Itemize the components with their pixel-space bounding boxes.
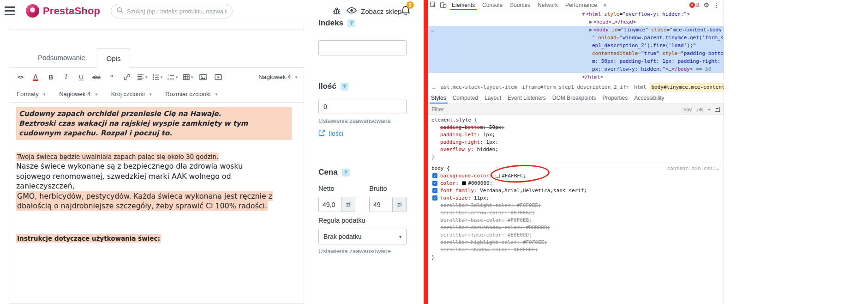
css-property-checkbox[interactable]: ✓ <box>432 195 437 201</box>
tree-node[interactable]: ▼<html style="overflow-y: hidden;"> <box>428 10 724 18</box>
tab-description[interactable]: Opis <box>97 48 130 68</box>
gross-price-input[interactable] <box>369 197 393 212</box>
tree-node[interactable]: </html> <box>428 73 724 81</box>
format-dropdown[interactable]: Formaty▾ <box>17 91 45 97</box>
tree-node[interactable]: ▶<head>…</head> <box>428 18 724 26</box>
css-property-checkbox[interactable]: ✓ <box>432 188 437 193</box>
color-swatch[interactable] <box>496 174 500 178</box>
tab-summary[interactable]: Podsumowanie <box>38 54 85 61</box>
filter-toggle[interactable]: :hov <box>682 107 692 112</box>
align-icon[interactable]: ▾ <box>137 71 148 83</box>
bullet-list-icon[interactable]: ▾ <box>152 71 163 83</box>
error-counter[interactable]: × 8 <box>689 2 700 8</box>
css-declaration[interactable]: scrollbar-arrow-color: #676662; <box>428 209 724 217</box>
format-dropdown[interactable]: Nagłówek 4▾ <box>59 91 97 97</box>
heading-select[interactable]: Nagłówek 4▾ <box>258 73 299 80</box>
css-declaration[interactable]: scrollbar-3dlight-color: #F0F0EE; <box>428 202 724 209</box>
more-tabs-button[interactable]: » <box>601 2 610 8</box>
tree-node[interactable]: " onload="window.parent.tinymce.get('for… <box>428 34 724 42</box>
css-declaration[interactable]: ✓font-size: 11px; <box>428 195 724 202</box>
sidebar-tab-accessibility[interactable]: Accessibility <box>631 92 667 103</box>
css-declaration[interactable]: scrollbar-base-color: #F0F0EE; <box>428 217 724 224</box>
tree-node[interactable]: ep1_description_2').fire('load');" <box>428 42 724 49</box>
css-declaration[interactable]: ✓color: #000000; <box>428 180 724 187</box>
view-shop-link[interactable]: Zobacz sklep <box>347 7 401 15</box>
index-help-icon[interactable]: ? <box>347 19 355 27</box>
css-declaration[interactable]: ✓font-family: Verdana,Arial,Helvetica,sa… <box>428 187 724 195</box>
tree-node[interactable]: contenteditable="true" style="padding-bo… <box>428 49 724 57</box>
color-swatch[interactable] <box>462 181 466 185</box>
blockquote-icon[interactable]: ” <box>106 71 117 83</box>
text-color-icon[interactable]: A <box>30 71 41 83</box>
devtools-tab-elements[interactable]: Elements <box>448 0 479 10</box>
menu-icon[interactable] <box>5 6 15 16</box>
css-declaration[interactable]: padding-right: 1px; <box>428 139 724 146</box>
css-declaration[interactable]: overflow-y: hidden; <box>428 146 724 153</box>
sidebar-tab-properties[interactable]: Properties <box>599 92 631 103</box>
breadcrumb-item[interactable]: … <box>431 83 437 91</box>
format-dropdown[interactable]: Krój czcionki▾ <box>111 91 152 97</box>
breadcrumb-item[interactable]: body#tinymce.mce-content-body. <box>650 83 724 91</box>
breadcrumb-item[interactable]: iframe#form_step1_description_2_ifr <box>520 83 631 91</box>
css-declaration[interactable]: scrollbar-face-color: #E0E0DD; <box>428 231 724 239</box>
gear-icon[interactable]: ⚙ <box>703 1 709 9</box>
sidebar-tab-dom-breakpoints[interactable]: DOM Breakpoints <box>549 92 599 103</box>
devtools-tab-sources[interactable]: Sources <box>506 0 534 10</box>
css-property-checkbox[interactable]: ✓ <box>432 181 437 186</box>
underline-icon[interactable]: U <box>76 71 87 83</box>
sidebar-tab-computed[interactable]: Computed <box>449 92 481 103</box>
bug-icon[interactable] <box>332 6 341 15</box>
css-source-link[interactable]: content.min.css:… <box>667 165 719 172</box>
breadcrumb-item[interactable]: html <box>632 83 648 91</box>
tree-node[interactable]: px; overflow-y: hidden;">…</body> == $0 <box>428 65 724 73</box>
italic-icon[interactable]: I <box>60 71 72 83</box>
image-icon[interactable] <box>198 71 209 83</box>
tree-node[interactable]: …▶<body id="tinymce" class="mce-content-… <box>428 26 724 34</box>
filter-toggle[interactable]: .cls <box>696 107 704 112</box>
numbered-list-icon[interactable]: 12▾ <box>167 71 178 83</box>
layout-toggle-icon[interactable] <box>715 107 720 112</box>
filter-toggle[interactable]: + <box>708 107 711 112</box>
kebab-menu-icon[interactable]: ⋮ <box>713 1 720 9</box>
css-selector[interactable]: element.style { <box>431 116 477 124</box>
breadcrumb-item[interactable]: ast.mce-stack-layout-item <box>439 83 519 91</box>
bold-icon[interactable]: B <box>45 71 56 83</box>
prestashop-logo[interactable]: PrestaShop <box>26 4 100 18</box>
devtools-tab-console[interactable]: Console <box>479 0 506 10</box>
devtools-tab-performance[interactable]: Performance <box>562 0 601 10</box>
tree-node[interactable]: m: 50px; padding-left: 1px; padding-righ… <box>428 57 724 65</box>
css-selector[interactable]: body { <box>431 165 450 172</box>
css-declaration[interactable]: ✓background-color: #FAFBFC; <box>428 172 724 180</box>
advanced-settings-link-1[interactable]: Ustawienia zaawansowane <box>318 117 391 124</box>
price-help-icon[interactable]: ? <box>342 169 350 176</box>
source-code-icon[interactable]: <> <box>15 71 26 83</box>
table-icon[interactable]: ▾ <box>182 71 193 83</box>
quantities-link[interactable]: Ilości <box>318 129 343 138</box>
tax-rule-select[interactable]: Brak podatku▾ <box>318 229 407 244</box>
device-toolbar-icon[interactable] <box>438 0 448 10</box>
css-declaration[interactable]: padding-left: 1px; <box>428 131 724 139</box>
styles-filter-input[interactable] <box>431 106 682 113</box>
format-dropdown[interactable]: Rozmiar czcionki▾ <box>165 91 217 97</box>
css-property-checkbox[interactable]: ✓ <box>432 173 437 178</box>
quantity-input[interactable] <box>318 99 407 114</box>
sidebar-tab-event-listeners[interactable]: Event Listeners <box>504 92 549 103</box>
index-input[interactable] <box>318 40 407 55</box>
product-name-input-bottom[interactable] <box>10 22 304 30</box>
net-price-input[interactable] <box>318 197 341 212</box>
css-declaration[interactable]: padding-bottom: 50px; <box>428 124 724 131</box>
css-declaration[interactable]: scrollbar-highlight-color: #F0F0EE; <box>428 239 724 246</box>
advanced-settings-link-2[interactable]: Ustawienia zaawansowane <box>318 248 391 255</box>
editor-content[interactable]: Cudowny zapach orchidei przeniesie Cię n… <box>10 103 304 248</box>
sidebar-tab-styles[interactable]: Styles <box>428 92 449 103</box>
devtools-tab-network[interactable]: Network <box>534 0 562 10</box>
css-declaration[interactable]: scrollbar-shadow-color: #F0F0EE; <box>428 246 724 254</box>
inspect-icon[interactable] <box>428 0 438 10</box>
media-icon[interactable] <box>213 71 224 83</box>
sidebar-tab-layout[interactable]: Layout <box>481 92 504 103</box>
quantity-help-icon[interactable]: ? <box>341 83 348 91</box>
search-input[interactable] <box>127 8 227 15</box>
css-declaration[interactable]: scrollbar-darkshadow-color: #DDDDDD; <box>428 224 724 231</box>
strikethrough-icon[interactable]: abc <box>91 71 102 83</box>
link-icon[interactable] <box>121 71 132 83</box>
